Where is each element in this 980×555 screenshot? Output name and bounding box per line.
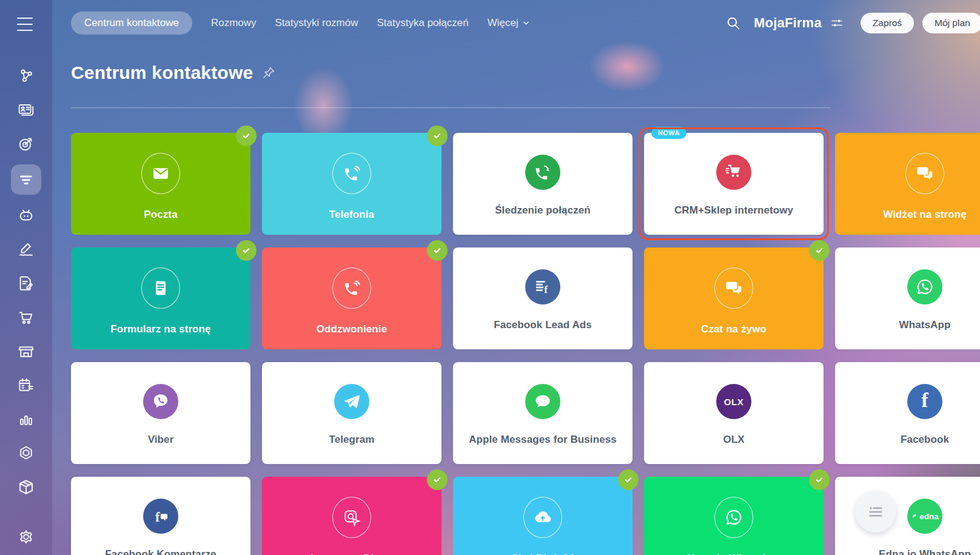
connected-check-badge — [427, 240, 448, 261]
tile-whatsapp[interactable]: WhatsApp — [835, 247, 980, 349]
sliders-icon[interactable] — [830, 16, 844, 30]
tile-label: Facebook Komentarze — [105, 548, 216, 555]
contact-card-icon — [17, 101, 35, 119]
tile-crm-sklep-internetowy[interactable]: NOWACRM+Sklep internetowy — [644, 133, 824, 235]
sidebar-item-document-edit-icon[interactable] — [13, 270, 39, 297]
tile-label: Śledzenie połączeń — [495, 204, 591, 217]
cart-icon — [17, 308, 35, 326]
nav-tab-wiecej[interactable]: Więcej — [488, 17, 529, 29]
svg-text:f: f — [155, 510, 160, 525]
tile-facebook[interactable]: fFacebook — [835, 362, 980, 464]
facebook-comments-icon: f — [143, 499, 178, 534]
sidebar-item-network-icon[interactable] — [13, 62, 39, 89]
nav-tab-label: Rozmowy — [211, 17, 257, 29]
sidebar-item-bot-icon[interactable] — [13, 202, 39, 229]
sidebar-item-signature-icon[interactable] — [13, 236, 39, 263]
nav-tab-label: Statystyki rozmów — [275, 17, 358, 29]
cloud-icon — [523, 497, 562, 538]
tile-sledzenie-po-aczen[interactable]: Śledzenie połączeń — [453, 133, 633, 235]
tile-kontakt-whatsapp[interactable]: Kontakt WhatsApp — [644, 477, 824, 555]
tile-czat-na-zywo[interactable]: Czat na żywo — [644, 247, 824, 349]
tile-label: OLX — [723, 434, 744, 446]
tile-olx[interactable]: OLXOLX — [644, 362, 824, 464]
hexagon-icon — [17, 444, 35, 462]
sidebar-item-bar-chart-icon[interactable] — [13, 406, 39, 432]
tile-label: Poczta — [144, 209, 177, 221]
sidebar-item-hexagon-icon[interactable] — [13, 440, 39, 466]
facebook-leads-icon: f — [525, 269, 560, 304]
shop-mobile-icon — [716, 155, 751, 190]
plan-button[interactable]: Mój plan — [922, 13, 980, 33]
tile-telefonia[interactable]: Telefonia — [262, 133, 441, 235]
tile-formularz-na-strone[interactable]: Formularz na stronę — [71, 247, 250, 349]
pin-icon[interactable] — [261, 66, 276, 80]
sidebar-item-target-icon[interactable] — [13, 130, 39, 157]
title-divider — [71, 107, 831, 108]
mail-icon — [141, 153, 180, 194]
calendar-icon — [17, 376, 35, 394]
nav-tab-label: Więcej — [488, 17, 519, 29]
funnel-icon — [17, 170, 35, 189]
viber-icon — [143, 384, 178, 419]
tile-label: Formularz na stronę — [110, 323, 210, 335]
bot-icon — [17, 206, 35, 224]
package-icon — [17, 478, 35, 496]
connected-check-badge — [427, 126, 448, 146]
nav-tab-statystyka-po-aczen[interactable]: Statystyka połączeń — [377, 17, 469, 29]
tile-facebook-lead-ads[interactable]: fFacebook Lead Ads — [453, 247, 633, 349]
nav-tab-label: Centrum kontaktowe — [84, 17, 179, 29]
page-title: Centrum kontaktowe — [71, 62, 276, 83]
quick-menu-button[interactable] — [855, 491, 896, 533]
whatsapp-icon — [907, 269, 942, 304]
topbar: Centrum kontaktoweRozmowyStatystyki rozm… — [0, 0, 980, 45]
tile-label: Czat na żywo — [701, 323, 767, 335]
instagram-direct-icon — [332, 497, 371, 538]
olx-icon: OLX — [716, 384, 751, 419]
invite-button[interactable]: Zaproś — [861, 13, 914, 33]
topbar-right: MojaFirma Zaproś Mój plan — [725, 0, 980, 45]
nav-tabs: Centrum kontaktoweRozmowyStatystyki rozm… — [71, 0, 529, 45]
tile-telegram[interactable]: Telegram — [262, 362, 441, 464]
company-name: MojaFirma — [754, 15, 822, 31]
sidebar-item-contact-card-icon[interactable] — [13, 96, 39, 123]
phone-signal-icon — [332, 267, 371, 309]
sidebar-item-gear-icon[interactable] — [13, 523, 39, 550]
tile-instagram-direct[interactable]: Instagram Direct — [262, 477, 441, 555]
sidebar-item-calendar-icon[interactable] — [13, 372, 39, 399]
sidebar-item-funnel-icon[interactable] — [11, 164, 41, 195]
nav-tab-rozmowy[interactable]: Rozmowy — [211, 17, 257, 29]
new-badge: NOWA — [651, 127, 686, 139]
tile-siec-bitrix24[interactable]: Sieć Bitrix24 — [453, 477, 633, 555]
sidebar — [0, 0, 52, 555]
tile-oddzwonienie[interactable]: Oddzwonienie — [262, 247, 441, 349]
document-edit-icon — [17, 274, 35, 292]
target-icon — [17, 135, 35, 153]
tile-label: Sieć Bitrix24 — [511, 553, 574, 555]
tile-label: Facebook Lead Ads — [494, 319, 592, 331]
nav-tab-statystyki-rozmow[interactable]: Statystyki rozmów — [275, 17, 358, 29]
chat-widget-icon — [905, 153, 944, 194]
tile-poczta[interactable]: Poczta — [71, 133, 250, 235]
page-title-text: Centrum kontaktowe — [71, 62, 253, 83]
tile-label: Kontakt WhatsApp — [687, 553, 780, 555]
network-icon — [17, 67, 35, 85]
search-icon[interactable] — [725, 15, 741, 31]
sidebar-item-cart-icon[interactable] — [13, 304, 39, 331]
nav-tab-centrum-kontaktowe[interactable]: Centrum kontaktowe — [71, 12, 192, 35]
form-icon — [141, 267, 180, 309]
tile-label: Telegram — [329, 434, 374, 446]
tile-label: WhatsApp — [899, 319, 951, 331]
connected-check-badge — [809, 469, 830, 490]
tile-label: Telefonia — [329, 209, 374, 221]
tile-facebook-komentarze[interactable]: fFacebook Komentarze — [71, 477, 250, 555]
sidebar-item-storefront-icon[interactable] — [13, 338, 39, 365]
sidebar-item-package-icon[interactable] — [13, 474, 39, 500]
tile-widzet-na-strone[interactable]: Widżet na stronę — [835, 133, 980, 235]
sidebar-icons — [0, 0, 52, 550]
bar-chart-icon — [17, 410, 35, 428]
tile-label: CRM+Sklep internetowy — [674, 204, 793, 217]
tile-viber[interactable]: Viber — [71, 362, 250, 464]
tile-apple-messages-for-business[interactable]: Apple Messages for Business — [453, 362, 633, 464]
connected-check-badge — [809, 240, 830, 261]
tile-label: Apple Messages for Business — [469, 434, 617, 446]
